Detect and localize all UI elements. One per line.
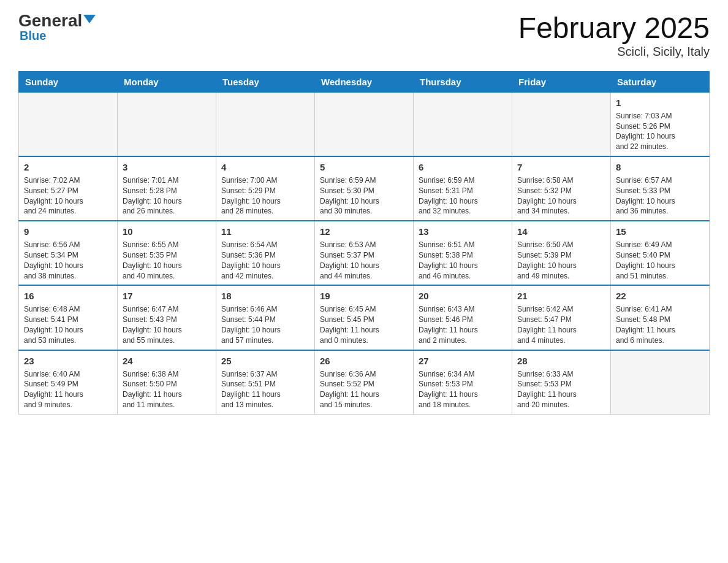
day-number: 4 <box>221 161 309 174</box>
day-number: 28 <box>517 354 605 367</box>
day-number: 3 <box>123 161 211 174</box>
day-number: 12 <box>320 225 408 238</box>
title-area: February 2025 Scicli, Sicily, Italy <box>518 12 710 59</box>
calendar-week-row: 23Sunrise: 6:40 AM Sunset: 5:49 PM Dayli… <box>19 350 710 415</box>
calendar-day-cell: 3Sunrise: 7:01 AM Sunset: 5:28 PM Daylig… <box>118 156 216 221</box>
day-info: Sunrise: 6:53 AM Sunset: 5:37 PM Dayligh… <box>320 240 408 281</box>
calendar-day-cell: 27Sunrise: 6:34 AM Sunset: 5:53 PM Dayli… <box>414 350 512 415</box>
calendar-week-row: 9Sunrise: 6:56 AM Sunset: 5:34 PM Daylig… <box>19 221 710 285</box>
header-thursday: Thursday <box>414 71 512 92</box>
calendar-day-cell: 23Sunrise: 6:40 AM Sunset: 5:49 PM Dayli… <box>19 350 118 415</box>
day-number: 24 <box>123 354 211 367</box>
calendar-day-cell: 28Sunrise: 6:33 AM Sunset: 5:53 PM Dayli… <box>512 350 611 415</box>
day-number: 1 <box>616 96 704 109</box>
day-info: Sunrise: 7:03 AM Sunset: 5:26 PM Dayligh… <box>616 111 704 152</box>
calendar-day-cell: 1Sunrise: 7:03 AM Sunset: 5:26 PM Daylig… <box>611 92 710 156</box>
calendar-day-cell: 16Sunrise: 6:48 AM Sunset: 5:41 PM Dayli… <box>19 285 118 350</box>
calendar-day-cell: 18Sunrise: 6:46 AM Sunset: 5:44 PM Dayli… <box>216 285 315 350</box>
day-info: Sunrise: 6:49 AM Sunset: 5:40 PM Dayligh… <box>616 240 704 281</box>
calendar-day-cell: 15Sunrise: 6:49 AM Sunset: 5:40 PM Dayli… <box>611 221 710 285</box>
day-number: 19 <box>320 289 408 302</box>
calendar-day-cell: 6Sunrise: 6:59 AM Sunset: 5:31 PM Daylig… <box>414 156 512 221</box>
calendar-header-row: SundayMondayTuesdayWednesdayThursdayFrid… <box>19 71 710 92</box>
header-friday: Friday <box>512 71 611 92</box>
day-info: Sunrise: 6:34 AM Sunset: 5:53 PM Dayligh… <box>419 369 507 410</box>
calendar-day-cell: 22Sunrise: 6:41 AM Sunset: 5:48 PM Dayli… <box>611 285 710 350</box>
calendar-day-cell: 25Sunrise: 6:37 AM Sunset: 5:51 PM Dayli… <box>216 350 315 415</box>
calendar-day-cell <box>512 92 611 156</box>
day-number: 6 <box>419 161 507 174</box>
day-info: Sunrise: 6:50 AM Sunset: 5:39 PM Dayligh… <box>517 240 605 281</box>
header-wednesday: Wednesday <box>315 71 414 92</box>
logo-blue-text: Blue <box>20 29 46 42</box>
day-number: 10 <box>123 225 211 238</box>
calendar-day-cell <box>216 92 315 156</box>
header-tuesday: Tuesday <box>216 71 315 92</box>
calendar-day-cell <box>414 92 512 156</box>
day-info: Sunrise: 6:51 AM Sunset: 5:38 PM Dayligh… <box>419 240 507 281</box>
header-sunday: Sunday <box>19 71 118 92</box>
day-info: Sunrise: 6:36 AM Sunset: 5:52 PM Dayligh… <box>320 369 408 410</box>
day-info: Sunrise: 6:37 AM Sunset: 5:51 PM Dayligh… <box>221 369 309 410</box>
day-info: Sunrise: 6:33 AM Sunset: 5:53 PM Dayligh… <box>517 369 605 410</box>
day-info: Sunrise: 7:02 AM Sunset: 5:27 PM Dayligh… <box>24 175 112 216</box>
calendar-day-cell: 14Sunrise: 6:50 AM Sunset: 5:39 PM Dayli… <box>512 221 611 285</box>
day-info: Sunrise: 6:59 AM Sunset: 5:30 PM Dayligh… <box>320 175 408 216</box>
day-info: Sunrise: 6:40 AM Sunset: 5:49 PM Dayligh… <box>24 369 112 410</box>
calendar-day-cell: 24Sunrise: 6:38 AM Sunset: 5:50 PM Dayli… <box>118 350 216 415</box>
day-number: 13 <box>419 225 507 238</box>
day-number: 7 <box>517 161 605 174</box>
location: Scicli, Sicily, Italy <box>518 45 710 59</box>
day-number: 15 <box>616 225 704 238</box>
day-number: 26 <box>320 354 408 367</box>
day-number: 21 <box>517 289 605 302</box>
logo-triangle-icon <box>83 15 96 23</box>
day-info: Sunrise: 6:56 AM Sunset: 5:34 PM Dayligh… <box>24 240 112 281</box>
calendar-day-cell: 2Sunrise: 7:02 AM Sunset: 5:27 PM Daylig… <box>19 156 118 221</box>
calendar-day-cell: 26Sunrise: 6:36 AM Sunset: 5:52 PM Dayli… <box>315 350 414 415</box>
day-info: Sunrise: 6:59 AM Sunset: 5:31 PM Dayligh… <box>419 175 507 216</box>
day-info: Sunrise: 6:57 AM Sunset: 5:33 PM Dayligh… <box>616 175 704 216</box>
calendar-day-cell <box>611 350 710 415</box>
day-number: 20 <box>419 289 507 302</box>
day-number: 23 <box>24 354 112 367</box>
day-number: 27 <box>419 354 507 367</box>
day-info: Sunrise: 6:45 AM Sunset: 5:45 PM Dayligh… <box>320 304 408 345</box>
calendar-day-cell: 8Sunrise: 6:57 AM Sunset: 5:33 PM Daylig… <box>611 156 710 221</box>
calendar-day-cell: 19Sunrise: 6:45 AM Sunset: 5:45 PM Dayli… <box>315 285 414 350</box>
calendar-day-cell: 5Sunrise: 6:59 AM Sunset: 5:30 PM Daylig… <box>315 156 414 221</box>
calendar-day-cell: 4Sunrise: 7:00 AM Sunset: 5:29 PM Daylig… <box>216 156 315 221</box>
day-number: 25 <box>221 354 309 367</box>
calendar-table: SundayMondayTuesdayWednesdayThursdayFrid… <box>18 71 710 415</box>
day-number: 14 <box>517 225 605 238</box>
logo: General Blue <box>18 12 96 42</box>
day-info: Sunrise: 6:55 AM Sunset: 5:35 PM Dayligh… <box>123 240 211 281</box>
day-info: Sunrise: 6:48 AM Sunset: 5:41 PM Dayligh… <box>24 304 112 345</box>
month-title: February 2025 <box>518 12 710 45</box>
day-info: Sunrise: 6:54 AM Sunset: 5:36 PM Dayligh… <box>221 240 309 281</box>
day-number: 5 <box>320 161 408 174</box>
calendar-day-cell: 20Sunrise: 6:43 AM Sunset: 5:46 PM Dayli… <box>414 285 512 350</box>
day-number: 9 <box>24 225 112 238</box>
day-info: Sunrise: 7:01 AM Sunset: 5:28 PM Dayligh… <box>123 175 211 216</box>
calendar-week-row: 2Sunrise: 7:02 AM Sunset: 5:27 PM Daylig… <box>19 156 710 221</box>
calendar-day-cell: 11Sunrise: 6:54 AM Sunset: 5:36 PM Dayli… <box>216 221 315 285</box>
calendar-week-row: 16Sunrise: 6:48 AM Sunset: 5:41 PM Dayli… <box>19 285 710 350</box>
day-number: 18 <box>221 289 309 302</box>
day-number: 22 <box>616 289 704 302</box>
day-info: Sunrise: 6:47 AM Sunset: 5:43 PM Dayligh… <box>123 304 211 345</box>
day-info: Sunrise: 6:38 AM Sunset: 5:50 PM Dayligh… <box>123 369 211 410</box>
calendar-day-cell <box>19 92 118 156</box>
day-info: Sunrise: 6:46 AM Sunset: 5:44 PM Dayligh… <box>221 304 309 345</box>
day-info: Sunrise: 6:58 AM Sunset: 5:32 PM Dayligh… <box>517 175 605 216</box>
logo-general-text: General <box>18 12 82 29</box>
header-monday: Monday <box>118 71 216 92</box>
calendar-day-cell: 13Sunrise: 6:51 AM Sunset: 5:38 PM Dayli… <box>414 221 512 285</box>
calendar-day-cell: 7Sunrise: 6:58 AM Sunset: 5:32 PM Daylig… <box>512 156 611 221</box>
calendar-day-cell: 21Sunrise: 6:42 AM Sunset: 5:47 PM Dayli… <box>512 285 611 350</box>
page-header: General Blue February 2025 Scicli, Sicil… <box>18 12 710 59</box>
calendar-day-cell <box>315 92 414 156</box>
day-number: 8 <box>616 161 704 174</box>
calendar-day-cell: 17Sunrise: 6:47 AM Sunset: 5:43 PM Dayli… <box>118 285 216 350</box>
calendar-day-cell <box>118 92 216 156</box>
